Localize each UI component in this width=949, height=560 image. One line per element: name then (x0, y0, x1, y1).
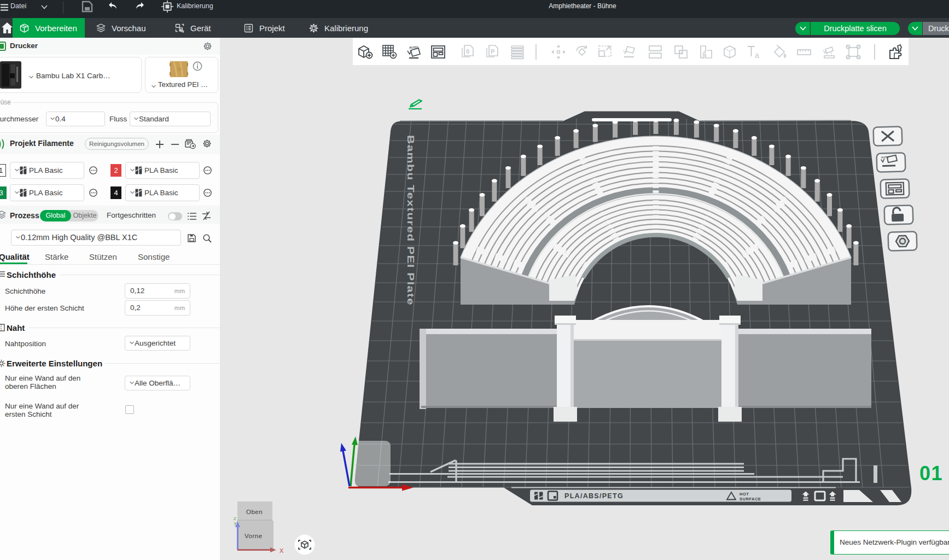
svg-text:01: 01 (919, 462, 943, 485)
svg-text:AUTO: AUTO (881, 155, 889, 159)
svg-text:SURFACE: SURFACE (740, 497, 761, 501)
svg-text:Bambu Textured PEI Plate: Bambu Textured PEI Plate (405, 135, 416, 306)
svg-text:X: X (280, 547, 284, 554)
svg-text:Vorne: Vorne (244, 533, 263, 539)
svg-text:PLA/ABS/PETG: PLA/ABS/PETG (564, 492, 624, 500)
svg-text:Oben: Oben (246, 509, 263, 515)
svg-text:y: y (234, 521, 236, 526)
